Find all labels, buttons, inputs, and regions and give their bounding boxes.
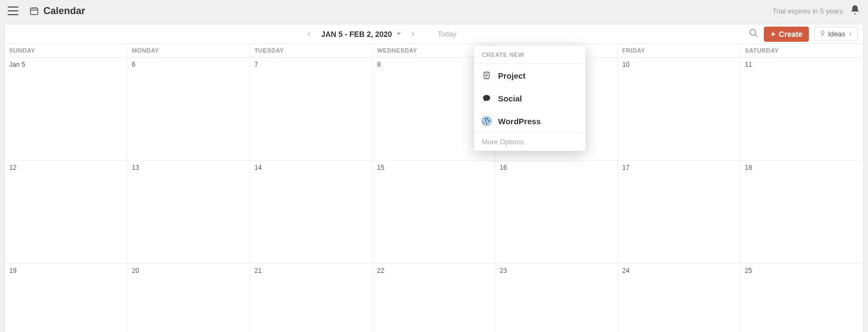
cell-date-label: 21 [254, 267, 261, 274]
cell-date-label: 23 [500, 267, 507, 274]
calendar-cell[interactable]: 20 [127, 264, 250, 332]
create-new-popup: CREATE NEW ProjectSocialWordPress More O… [474, 46, 585, 151]
calendar-cell[interactable]: 18 [741, 161, 863, 264]
cell-date-label: 10 [622, 61, 629, 68]
popup-item-social[interactable]: Social [474, 87, 585, 110]
trial-status: Trial expires in 5 years [773, 7, 843, 15]
calendar-toolbar: JAN 5 - FEB 2, 2020 Today + Create Ideas [5, 24, 863, 44]
cell-date-label: 22 [377, 267, 384, 274]
calendar-cell[interactable]: 19 [5, 264, 127, 332]
calendar-cell[interactable]: 22 [373, 264, 495, 332]
calendar-cell[interactable]: 24 [618, 264, 741, 332]
cell-date-label: Jan 5 [9, 61, 25, 68]
day-header-row: SUNDAYMONDAYTUESDAYWEDNESDAYTHURSDAYFRID… [5, 44, 863, 58]
date-range-label: JAN 5 - FEB 2, 2020 [321, 30, 392, 39]
calendar-cell[interactable]: 14 [250, 161, 373, 264]
popup-more-options[interactable]: More Options [474, 132, 585, 151]
ideas-button-label: Ideas [828, 30, 845, 38]
cell-date-label: 19 [9, 267, 16, 274]
svg-rect-0 [30, 8, 38, 15]
day-header: MONDAY [127, 44, 250, 57]
calendar-cell[interactable]: 6 [127, 58, 250, 161]
notifications-icon[interactable] [850, 4, 860, 17]
cell-date-label: 12 [9, 164, 16, 171]
calendar-cell[interactable]: 15 [373, 161, 495, 264]
calendar-cell[interactable]: 21 [250, 264, 373, 332]
search-icon[interactable] [749, 28, 758, 40]
prev-range-button[interactable] [303, 28, 316, 41]
next-range-button[interactable] [406, 28, 419, 41]
chevron-right-icon [847, 31, 853, 37]
popup-header: CREATE NEW [474, 46, 585, 64]
calendar-panel: JAN 5 - FEB 2, 2020 Today + Create Ideas [4, 24, 864, 332]
popup-item-label: Social [498, 94, 522, 103]
cell-date-label: 7 [254, 61, 258, 68]
menu-icon[interactable] [8, 7, 18, 15]
calendar-cell[interactable]: 13 [127, 161, 250, 264]
cell-date-label: 14 [254, 164, 261, 171]
document-icon [482, 71, 492, 80]
calendar-cell[interactable]: 10 [618, 58, 741, 161]
cell-date-label: 6 [132, 61, 136, 68]
popup-item-project[interactable]: Project [474, 64, 585, 87]
calendar-cell[interactable]: Jan 5 [5, 58, 127, 161]
calendar-grid: Jan 5678+9101112131415161718192021222324… [5, 58, 863, 332]
plus-icon: + [770, 30, 775, 39]
topbar: Calendar Trial expires in 5 years [0, 0, 868, 22]
calendar-cell[interactable]: 25 [741, 264, 863, 332]
calendar-icon [29, 6, 39, 16]
cell-date-label: 11 [745, 61, 752, 68]
popup-item-wordpress[interactable]: WordPress [474, 110, 585, 132]
cell-date-label: 24 [622, 267, 629, 274]
calendar-cell[interactable]: 23 [495, 264, 618, 332]
popup-item-label: WordPress [498, 117, 541, 126]
cell-date-label: 25 [745, 267, 752, 274]
popup-item-label: Project [498, 71, 526, 80]
day-header: SATURDAY [741, 44, 863, 57]
date-range-picker[interactable]: JAN 5 - FEB 2, 2020 [321, 30, 401, 39]
cell-date-label: 13 [132, 164, 139, 171]
chevron-down-icon [397, 33, 401, 35]
today-button[interactable]: Today [438, 30, 457, 38]
chat-icon [482, 93, 492, 103]
calendar-cell[interactable]: 11 [741, 58, 863, 161]
day-header: SUNDAY [5, 44, 127, 57]
create-button[interactable]: + Create [764, 27, 809, 42]
day-header: TUESDAY [250, 44, 373, 57]
cell-date-label: 20 [132, 267, 139, 274]
calendar-cell[interactable]: 17 [618, 161, 741, 264]
day-header: FRIDAY [618, 44, 741, 57]
cell-date-label: 17 [622, 164, 629, 171]
lightbulb-icon [819, 30, 826, 38]
calendar-cell[interactable]: 12 [5, 161, 127, 264]
calendar-cell[interactable]: 16 [495, 161, 618, 264]
cell-date-label: 15 [377, 164, 384, 171]
cell-date-label: 8 [377, 61, 381, 68]
calendar-cell[interactable]: 7 [250, 58, 373, 161]
ideas-button[interactable]: Ideas [814, 27, 858, 41]
cell-date-label: 16 [500, 164, 507, 171]
wordpress-icon [482, 116, 492, 126]
cell-date-label: 18 [745, 164, 752, 171]
app-title: Calendar [43, 5, 85, 17]
create-button-label: Create [779, 30, 803, 39]
svg-point-1 [750, 29, 756, 35]
